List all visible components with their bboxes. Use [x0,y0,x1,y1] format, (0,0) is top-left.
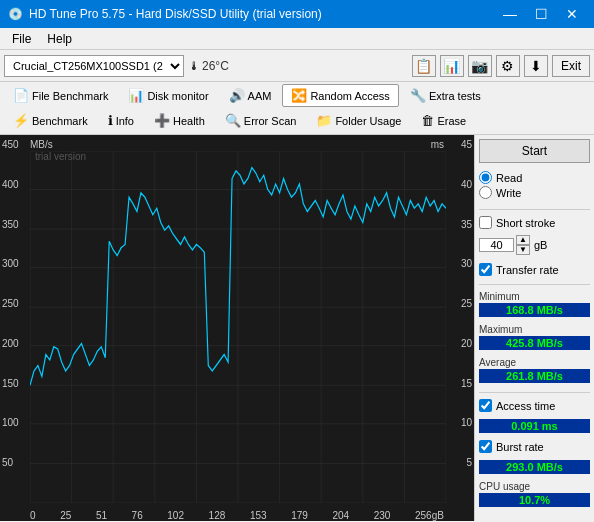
y-axis-left: 450 400 350 300 250 200 150 100 50 [0,135,21,501]
average-value: 261.8 MB/s [479,369,590,383]
stroke-control: ▲ ▼ gB [479,235,590,255]
stroke-input[interactable] [479,238,514,252]
write-option[interactable]: Write [479,186,590,199]
divider-1 [479,209,590,210]
tab-benchmark[interactable]: ⚡ Benchmark [4,109,97,132]
file-benchmark-icon: 📄 [13,88,29,103]
thermometer-icon: 🌡 [188,59,200,73]
transfer-rate-checkbox[interactable] [479,263,492,276]
write-radio[interactable] [479,186,492,199]
tab-error-scan[interactable]: 🔍 Error Scan [216,109,306,132]
burst-rate-value: 293.0 MB/s [479,460,590,474]
divider-2 [479,284,590,285]
stroke-unit: gB [534,239,547,251]
access-time-value: 0.091 ms [479,419,590,433]
read-option[interactable]: Read [479,171,590,184]
maximum-stat: Maximum 425.8 MB/s [479,324,590,350]
title-bar: 💿 HD Tune Pro 5.75 - Hard Disk/SSD Utili… [0,0,594,28]
chart-button[interactable]: 📊 [440,55,464,77]
help-menu[interactable]: Help [39,30,80,48]
divider-3 [479,392,590,393]
burst-rate-option[interactable]: Burst rate [479,440,590,453]
watermark-text: trial version [35,151,86,162]
minimum-stat: Minimum 168.8 MB/s [479,291,590,317]
minimum-value: 168.8 MB/s [479,303,590,317]
maximize-button[interactable]: ☐ [527,4,556,24]
read-radio[interactable] [479,171,492,184]
file-menu[interactable]: File [4,30,39,48]
read-write-group: Read Write [479,171,590,199]
tab-bar: 📄 File Benchmark 📊 Disk monitor 🔊 AAM 🔀 … [0,82,594,135]
transfer-rate-label: Transfer rate [496,264,559,276]
temperature-value: 26°C [202,59,229,73]
maximum-value: 425.8 MB/s [479,336,590,350]
toolbar: Crucial_CT256MX100SSD1 (256 gB) 🌡 26°C 📋… [0,50,594,82]
average-stat: Average 261.8 MB/s [479,357,590,383]
maximum-label: Maximum [479,324,590,335]
benchmark-icon: ⚡ [13,113,29,128]
x-axis: 0 25 51 76 102 128 153 179 204 230 256gB [30,510,444,521]
random-access-icon: 🔀 [291,88,307,103]
tab-aam[interactable]: 🔊 AAM [220,84,281,107]
cpu-usage-stat: CPU usage 10.7% [479,481,590,507]
access-time-label: Access time [496,400,555,412]
exit-button[interactable]: Exit [552,55,590,77]
chart-y-right-label: ms [431,139,444,150]
tab-random-access[interactable]: 🔀 Random Access [282,84,398,107]
tab-health[interactable]: ➕ Health [145,109,214,132]
cpu-usage-value: 10.7% [479,493,590,507]
tab-erase[interactable]: 🗑 Erase [412,109,475,132]
disk-monitor-icon: 📊 [128,88,144,103]
tab-file-benchmark[interactable]: 📄 File Benchmark [4,84,117,107]
access-time-option[interactable]: Access time [479,399,590,412]
info-button[interactable]: 📋 [412,55,436,77]
erase-icon: 🗑 [421,113,434,128]
chart-canvas [30,151,446,503]
window-controls: — ☐ ✕ [495,4,586,24]
burst-rate-checkbox[interactable] [479,440,492,453]
minimum-label: Minimum [479,291,590,302]
tab-folder-usage[interactable]: 📁 Folder Usage [307,109,410,132]
aam-icon: 🔊 [229,88,245,103]
extra-tests-icon: 🔧 [410,88,426,103]
stroke-up-button[interactable]: ▲ [516,235,530,245]
close-button[interactable]: ✕ [558,4,586,24]
camera-button[interactable]: 📷 [468,55,492,77]
start-button[interactable]: Start [479,139,590,163]
tab-extra-tests[interactable]: 🔧 Extra tests [401,84,490,107]
cpu-usage-label: CPU usage [479,481,590,492]
right-panel: Start Read Write Short stroke ▲ ▼ gB [474,135,594,521]
burst-rate-label: Burst rate [496,441,544,453]
settings-button[interactable]: ⚙ [496,55,520,77]
tab-info[interactable]: ℹ Info [99,109,143,132]
main-content: MB/s ms trial version 450 400 350 300 25… [0,135,594,521]
burst-rate-stat: 293.0 MB/s [479,459,590,474]
short-stroke-label: Short stroke [496,217,555,229]
access-time-stat: 0.091 ms [479,418,590,433]
menu-bar: File Help [0,28,594,50]
health-icon: ➕ [154,113,170,128]
stroke-down-button[interactable]: ▼ [516,245,530,255]
error-scan-icon: 🔍 [225,113,241,128]
short-stroke-checkbox[interactable] [479,216,492,229]
minimize-button[interactable]: — [495,4,525,24]
chart-area: MB/s ms trial version 450 400 350 300 25… [0,135,474,521]
app-icon: 💿 [8,7,23,21]
temperature-display: 🌡 26°C [188,59,229,73]
write-label: Write [496,187,521,199]
chart-y-left-label: MB/s [30,139,53,150]
download-button[interactable]: ⬇ [524,55,548,77]
access-time-checkbox[interactable] [479,399,492,412]
average-label: Average [479,357,590,368]
read-label: Read [496,172,522,184]
window-title: HD Tune Pro 5.75 - Hard Disk/SSD Utility… [29,7,322,21]
y-axis-right: 45 40 35 30 25 20 15 10 5 [459,135,474,501]
drive-select[interactable]: Crucial_CT256MX100SSD1 (256 gB) [4,55,184,77]
transfer-rate-option[interactable]: Transfer rate [479,263,590,276]
info-icon: ℹ [108,113,113,128]
short-stroke-option[interactable]: Short stroke [479,216,590,229]
stroke-spinners: ▲ ▼ [516,235,530,255]
tab-disk-monitor[interactable]: 📊 Disk monitor [119,84,217,107]
folder-usage-icon: 📁 [316,113,332,128]
